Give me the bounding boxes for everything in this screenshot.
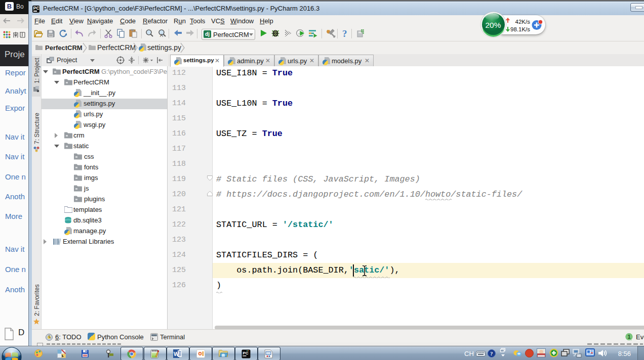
svg-text:?: ?: [342, 29, 347, 39]
svg-text:PC: PC: [243, 351, 249, 355]
svg-text:W: W: [174, 351, 179, 357]
svg-text:?: ?: [490, 350, 493, 356]
svg-text:20%: 20%: [486, 21, 501, 29]
svg-text:A: A: [160, 33, 163, 38]
svg-text:1: 1: [628, 334, 631, 340]
